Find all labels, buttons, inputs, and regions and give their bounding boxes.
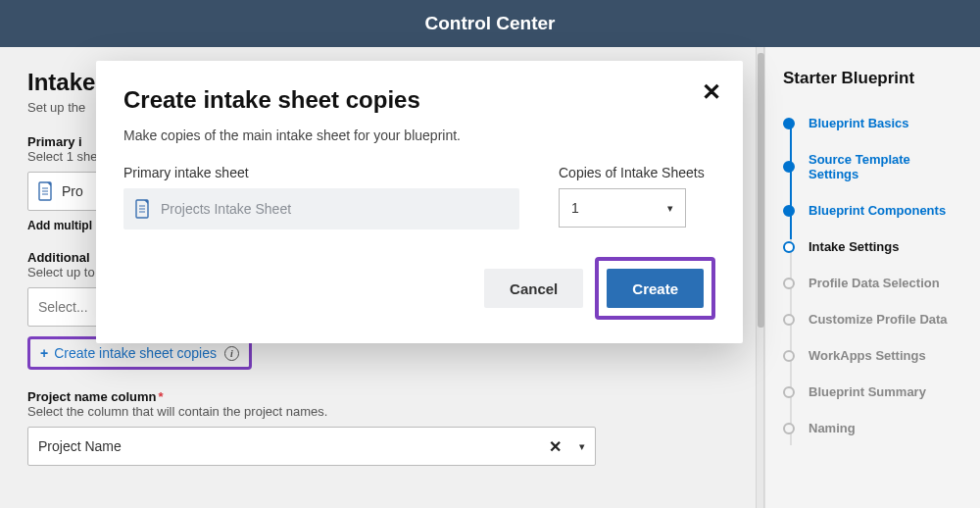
scrollbar[interactable] — [756, 47, 764, 508]
step-dot-icon — [783, 278, 795, 289]
modal-primary-intake-field: Projects Intake Sheet — [123, 188, 519, 229]
additional-placeholder: Select... — [38, 299, 88, 315]
step-blueprint-components[interactable]: Blueprint Components — [783, 203, 962, 218]
modal-primary-value: Projects Intake Sheet — [161, 201, 291, 217]
clear-icon[interactable]: ✕ — [549, 437, 562, 456]
step-dot-icon — [783, 241, 795, 253]
app-title: Control Center — [425, 13, 556, 34]
step-dot-icon — [783, 423, 795, 434]
step-dot-icon — [783, 350, 795, 362]
project-name-col-help: Select the column that will contain the … — [27, 404, 728, 419]
plus-icon: + — [40, 345, 48, 361]
modal-title: Create intake sheet copies — [123, 86, 715, 114]
modal-copies-select[interactable]: 1 ▾ — [559, 188, 686, 228]
create-intake-copies-modal: ✕ Create intake sheet copies Make copies… — [96, 61, 743, 343]
chevron-down-icon: ▾ — [667, 202, 673, 215]
steps-list: Blueprint Basics Source Template Setting… — [783, 116, 962, 435]
create-button[interactable]: Create — [607, 269, 704, 308]
chevron-down-icon: ▾ — [579, 440, 585, 453]
create-button-highlight: Create — [595, 257, 715, 320]
step-source-template-settings[interactable]: Source Template Settings — [783, 152, 962, 181]
modal-copies-label: Copies of Intake Sheets — [559, 165, 715, 180]
step-customize-profile-data[interactable]: Customize Profile Data — [783, 312, 962, 327]
app-header: Control Center — [0, 0, 980, 47]
modal-primary-label: Primary intake sheet — [123, 165, 519, 180]
sheet-icon — [135, 199, 151, 219]
project-name-col-label: Project name column* — [27, 389, 728, 404]
modal-copies-value: 1 — [571, 200, 579, 216]
blueprint-title: Starter Blueprint — [783, 69, 962, 88]
step-blueprint-basics[interactable]: Blueprint Basics — [783, 116, 962, 130]
info-icon[interactable]: i — [224, 346, 239, 361]
step-profile-data-selection[interactable]: Profile Data Selection — [783, 276, 962, 290]
step-dot-icon — [783, 205, 795, 217]
step-dot-icon — [783, 314, 795, 326]
step-naming[interactable]: Naming — [783, 421, 962, 435]
step-intake-settings[interactable]: Intake Settings — [783, 239, 962, 254]
create-copies-link-text: Create intake sheet copies — [54, 345, 217, 361]
stepper-panel: Starter Blueprint Blueprint Basics Sourc… — [764, 47, 980, 508]
step-dot-icon — [783, 161, 795, 173]
close-icon[interactable]: ✕ — [702, 80, 721, 104]
modal-description: Make copies of the main intake sheet for… — [123, 127, 715, 143]
primary-intake-value: Pro — [62, 183, 83, 199]
scrollbar-thumb[interactable] — [758, 53, 764, 328]
step-dot-icon — [783, 118, 795, 129]
project-name-col-value: Project Name — [38, 438, 122, 454]
required-star: * — [158, 389, 163, 404]
step-workapps-settings[interactable]: WorkApps Settings — [783, 348, 962, 363]
cancel-button[interactable]: Cancel — [484, 269, 583, 308]
project-name-col-select[interactable]: Project Name ✕ ▾ — [27, 427, 596, 466]
step-blueprint-summary[interactable]: Blueprint Summary — [783, 384, 962, 399]
sheet-icon — [38, 181, 54, 201]
step-dot-icon — [783, 386, 795, 398]
